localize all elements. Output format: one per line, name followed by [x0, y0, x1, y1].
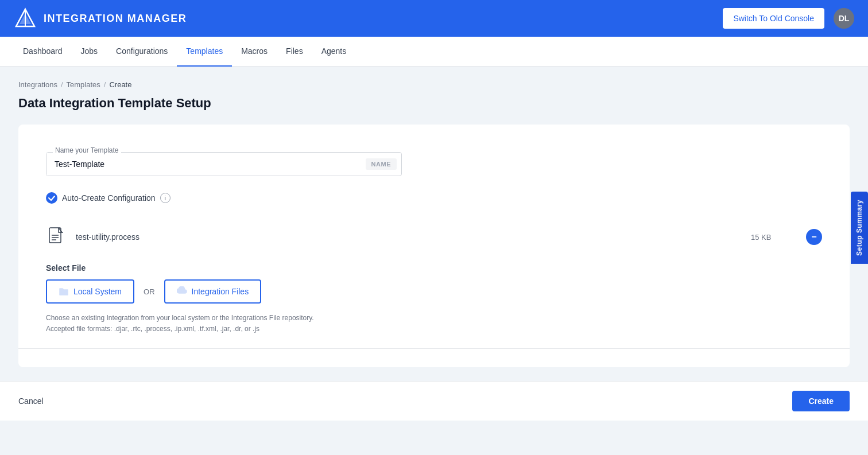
- svg-point-3: [46, 192, 57, 204]
- name-badge: NAME: [366, 158, 397, 170]
- auto-create-row: Auto-Create Configuration i: [46, 192, 822, 204]
- integration-files-label: Integration Files: [192, 287, 249, 296]
- nav-item-configurations[interactable]: Configurations: [107, 37, 177, 67]
- file-hint: Choose an existing Integration from your…: [46, 313, 822, 335]
- file-hint-line2: Accepted file formats: .djar, .rtc, .pro…: [46, 324, 822, 335]
- template-name-field: Name your Template NAME: [46, 152, 402, 176]
- or-separator: OR: [144, 287, 155, 296]
- auto-create-label: Auto-Create Configuration: [62, 193, 156, 203]
- nav-item-jobs[interactable]: Jobs: [72, 37, 107, 67]
- select-file-section: Select File Local System OR Integration …: [46, 263, 822, 335]
- file-buttons-row: Local System OR Integration Files: [46, 279, 822, 304]
- nav-item-agents[interactable]: Agents: [312, 37, 356, 67]
- header-left: INTEGRATION MANAGER: [14, 7, 187, 30]
- main-content: Integrations / Templates / Create Data I…: [0, 67, 868, 381]
- avatar[interactable]: DL: [834, 8, 854, 29]
- bottom-action-bar: Cancel Create: [0, 381, 868, 421]
- switch-console-button[interactable]: Switch To Old Console: [723, 8, 824, 29]
- integration-files-button[interactable]: Integration Files: [164, 279, 262, 304]
- app-header: INTEGRATION MANAGER Switch To Old Consol…: [0, 0, 868, 37]
- template-name-input[interactable]: [46, 153, 366, 176]
- setup-summary-tab[interactable]: Setup Summary: [851, 192, 868, 264]
- checkbox-checked-icon[interactable]: [46, 192, 57, 204]
- info-icon[interactable]: i: [160, 193, 170, 203]
- local-system-button[interactable]: Local System: [46, 279, 134, 304]
- form-card: Name your Template NAME Auto-Create Conf…: [18, 125, 850, 367]
- remove-file-button[interactable]: −: [806, 229, 822, 245]
- create-button[interactable]: Create: [792, 391, 850, 411]
- select-file-label: Select File: [46, 263, 822, 273]
- local-system-label: Local System: [73, 287, 122, 296]
- card-divider: [18, 348, 850, 349]
- nav-item-files[interactable]: Files: [277, 37, 312, 67]
- file-name: test-utility.process: [76, 232, 742, 242]
- header-right: Switch To Old Console DL: [723, 8, 854, 29]
- app-title: INTEGRATION MANAGER: [44, 13, 187, 25]
- file-hint-line1: Choose an existing Integration from your…: [46, 313, 822, 324]
- cancel-button[interactable]: Cancel: [18, 396, 44, 406]
- cloud-icon: [177, 286, 187, 297]
- app-logo-icon: [14, 7, 37, 30]
- file-row: test-utility.process 15 KB −: [46, 220, 822, 254]
- template-name-label: Name your Template: [53, 146, 121, 154]
- breadcrumb-templates[interactable]: Templates: [67, 80, 100, 89]
- nav-item-macros[interactable]: Macros: [232, 37, 277, 67]
- page-title: Data Integration Template Setup: [18, 96, 850, 111]
- breadcrumb-sep-2: /: [104, 80, 106, 89]
- nav-item-templates[interactable]: Templates: [177, 37, 232, 67]
- file-size: 15 KB: [751, 233, 797, 242]
- template-name-input-row: NAME: [46, 152, 402, 176]
- file-document-icon: [46, 227, 67, 247]
- main-nav: Dashboard Jobs Configurations Templates …: [0, 37, 868, 67]
- nav-item-dashboard[interactable]: Dashboard: [14, 37, 72, 67]
- breadcrumb: Integrations / Templates / Create: [18, 80, 850, 89]
- breadcrumb-sep-1: /: [61, 80, 63, 89]
- breadcrumb-integrations[interactable]: Integrations: [18, 80, 57, 89]
- breadcrumb-create: Create: [109, 80, 131, 89]
- folder-icon: [59, 286, 69, 297]
